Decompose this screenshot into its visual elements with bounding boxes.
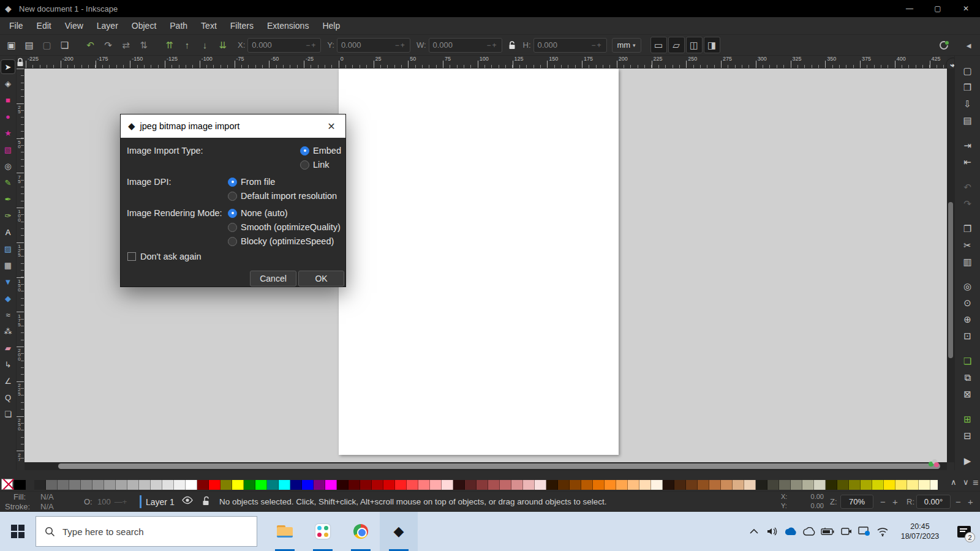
palette-swatch[interactable]	[756, 480, 767, 490]
rendering-mode-option[interactable]: None (auto)	[228, 208, 341, 218]
palette-swatch[interactable]	[477, 480, 488, 490]
bounding-box-button[interactable]: ❏	[56, 37, 73, 53]
palette-swatch[interactable]	[791, 480, 802, 490]
menu-path[interactable]: Path	[163, 17, 194, 35]
palette-swatch[interactable]	[837, 480, 849, 490]
no-color-swatch[interactable]	[1, 479, 13, 490]
palette-scroll-up[interactable]: ∧	[951, 478, 957, 487]
palette-swatch[interactable]	[395, 480, 407, 490]
palette-swatch[interactable]	[244, 480, 255, 490]
palette-swatch[interactable]	[593, 480, 605, 490]
raise-button[interactable]: ↑	[179, 37, 195, 53]
taskbar-slack[interactable]	[304, 512, 342, 551]
document-save-icon[interactable]: ⇩	[960, 97, 975, 111]
palette-swatch[interactable]	[337, 480, 349, 490]
more-commands-arrow[interactable]: ▶	[960, 454, 975, 468]
palette-swatch[interactable]	[581, 480, 593, 490]
palette-swatch[interactable]	[767, 480, 779, 490]
palette-swatch[interactable]	[651, 480, 663, 490]
vertical-scrollbar-thumb[interactable]	[948, 202, 953, 358]
dont-ask-again-row[interactable]: Don't ask again	[127, 252, 202, 261]
deselect-button[interactable]: ▢	[39, 37, 55, 53]
opacity-spinner[interactable]: —+	[115, 497, 127, 506]
color-managed-icon[interactable]	[929, 459, 940, 469]
palette-swatch[interactable]	[465, 480, 477, 490]
snapbar-collapse-arrow[interactable]: ◀	[960, 37, 977, 54]
y-spinner[interactable]: −+	[395, 41, 406, 50]
palette-scroll-down[interactable]: ∨	[963, 478, 969, 487]
selector-tool[interactable]: ➤	[1, 59, 15, 74]
palette-swatch[interactable]	[14, 480, 26, 490]
palette-swatch[interactable]	[34, 480, 46, 490]
palette-swatch[interactable]	[92, 480, 104, 490]
rendering-mode-option[interactable]: Blocky (optimizeSpeed)	[228, 236, 341, 246]
w-spinner[interactable]: −+	[487, 41, 498, 50]
palette-swatch[interactable]	[314, 480, 325, 490]
palette-swatch[interactable]	[605, 480, 616, 490]
palette-swatch[interactable]	[872, 480, 884, 490]
layer-selector[interactable]: Layer 1	[146, 497, 175, 507]
edit-copy-icon[interactable]: ❐	[960, 222, 975, 236]
taskbar-file-explorer[interactable]	[266, 512, 304, 551]
move-patterns-toggle[interactable]: ◨	[704, 37, 720, 53]
palette-swatch[interactable]	[267, 480, 279, 490]
taskbar-clock[interactable]: 20:45 18/07/2023	[892, 522, 948, 541]
cancel-button[interactable]: Cancel	[250, 271, 296, 287]
cloud-icon[interactable]	[800, 527, 818, 536]
horizontal-ruler[interactable]: -225-200-175-150-125-100-75-50-250255075…	[24, 56, 947, 69]
x-spinner[interactable]: −+	[306, 41, 317, 50]
notification-center-button[interactable]: 2	[948, 512, 980, 551]
text-tool[interactable]: A	[1, 225, 15, 239]
select-all-button[interactable]: ▣	[3, 37, 20, 53]
edit-undo-icon[interactable]: ↶	[960, 180, 975, 194]
palette-swatch[interactable]	[907, 480, 919, 490]
opacity-field[interactable]: 100—+	[95, 495, 133, 508]
duplicate-icon[interactable]: ❏	[960, 354, 975, 369]
scale-stroke-toggle[interactable]: ▭	[650, 37, 667, 53]
palette-swatch[interactable]	[221, 480, 232, 490]
document-open-icon[interactable]: ❒	[960, 81, 975, 95]
palette-swatch[interactable]	[535, 480, 546, 490]
group-icon[interactable]: ⊞	[960, 412, 975, 426]
palette-swatch[interactable]	[744, 480, 756, 490]
radio-icon[interactable]	[228, 223, 237, 232]
taskbar-inkscape[interactable]: ◆	[380, 512, 418, 551]
palette-swatch[interactable]	[453, 480, 465, 490]
palette-swatch[interactable]	[186, 480, 197, 490]
menu-help[interactable]: Help	[315, 17, 347, 35]
pen-tool[interactable]: ✒	[1, 192, 15, 206]
zoom-minus-button[interactable]: −	[880, 497, 886, 507]
palette-swatch[interactable]	[814, 480, 826, 490]
unlink-clone-icon[interactable]: ⊠	[960, 387, 975, 401]
menu-extensions[interactable]: Extensions	[260, 17, 315, 35]
import-type-option[interactable]: Embed	[300, 146, 341, 156]
box3d-tool[interactable]: ▧	[1, 142, 15, 157]
palette-swatch[interactable]	[430, 480, 442, 490]
palette-swatch[interactable]	[279, 480, 290, 490]
spiral-tool[interactable]: ◎	[1, 159, 15, 173]
palette-swatch[interactable]	[162, 480, 174, 490]
palette-swatch[interactable]	[663, 480, 674, 490]
palette-swatch[interactable]	[570, 480, 581, 490]
document-new-icon[interactable]: ▢	[960, 64, 975, 78]
palette-swatch[interactable]	[523, 480, 535, 490]
document-import-icon[interactable]: ⇥	[960, 139, 975, 153]
rotation-minus-button[interactable]: −	[956, 497, 961, 507]
create-clone-icon[interactable]: ⧉	[960, 371, 975, 385]
spray-tool[interactable]: ⁂	[1, 324, 15, 339]
rotate-cw-button[interactable]: ↷	[100, 37, 116, 53]
fill-value[interactable]: N/A	[40, 492, 54, 501]
palette-swatch[interactable]	[442, 480, 453, 490]
palette-swatch[interactable]	[58, 480, 69, 490]
palette-swatch[interactable]	[81, 480, 92, 490]
rotation-field[interactable]: 0.00°	[916, 495, 951, 509]
dialog-title-bar[interactable]: ◆ jpeg bitmap image import ✕	[121, 114, 345, 138]
palette-swatch[interactable]	[721, 480, 733, 490]
palette-swatch[interactable]	[884, 480, 895, 490]
palette-swatch[interactable]	[372, 480, 383, 490]
palette-swatch[interactable]	[360, 480, 372, 490]
dialog-close-icon[interactable]: ✕	[325, 120, 337, 132]
stroke-value[interactable]: N/A	[40, 502, 54, 511]
gradient-tool[interactable]: ▨	[1, 241, 15, 256]
calligraphy-tool[interactable]: ✑	[1, 208, 15, 223]
